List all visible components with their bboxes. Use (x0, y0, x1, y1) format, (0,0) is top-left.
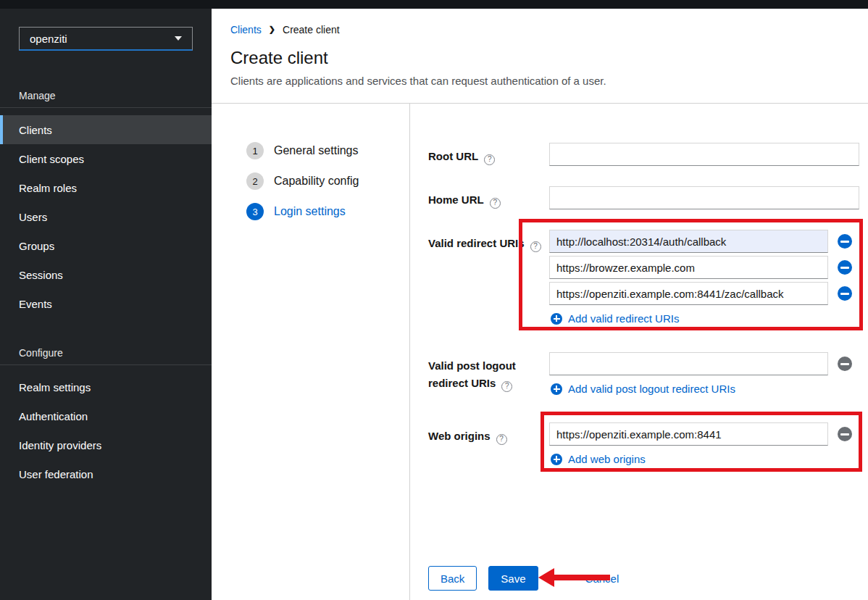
sidebar-item-user-federation[interactable]: User federation (0, 459, 212, 488)
remove-redirect-uri-icon[interactable] (838, 260, 852, 275)
nav-group-title-manage: Manage (0, 80, 212, 108)
wizard-step-general-settings[interactable]: 1 General settings (246, 142, 409, 159)
plus-icon (551, 383, 562, 395)
nav-group-configure: Configure Realm settings Authentication … (0, 337, 212, 488)
page-description: Clients are applications and services th… (230, 75, 849, 87)
sidebar-item-identity-providers[interactable]: Identity providers (0, 430, 212, 459)
page-title: Create client (230, 48, 849, 68)
help-icon[interactable]: ? (484, 154, 495, 165)
help-icon[interactable]: ? (501, 381, 512, 392)
sidebar-item-realm-roles[interactable]: Realm roles (0, 173, 212, 202)
web-origin-input[interactable] (549, 422, 828, 446)
help-icon[interactable]: ? (490, 198, 501, 209)
root-url-input[interactable] (549, 143, 859, 166)
root-url-row: Root URL? (428, 143, 859, 166)
page-header: Clients ❯ Create client Create client Cl… (212, 9, 868, 104)
home-url-label: Home URL? (428, 186, 549, 209)
sidebar-item-groups[interactable]: Groups (0, 231, 212, 260)
redirect-uri-input-2[interactable] (549, 256, 828, 279)
breadcrumb-current: Create client (283, 24, 340, 36)
nav-group-title-configure: Configure (0, 337, 212, 365)
sidebar: openziti Manage Clients Client scopes Re… (0, 9, 212, 600)
post-logout-uri-row (549, 352, 859, 375)
redirect-uri-row (549, 282, 859, 305)
help-icon[interactable]: ? (530, 241, 541, 252)
step-label: Capability config (274, 175, 359, 188)
remove-web-origin-icon[interactable] (838, 427, 852, 441)
sidebar-item-users[interactable]: Users (0, 202, 212, 231)
step-number: 2 (246, 172, 264, 190)
post-logout-redirect-uris-label: Valid post logout redirect URIs? (428, 352, 549, 396)
post-logout-redirect-uris-row: Valid post logout redirect URIs? Add val… (428, 352, 859, 396)
web-origins-label: Web origins? (428, 422, 549, 467)
breadcrumb: Clients ❯ Create client (230, 24, 849, 36)
root-url-label: Root URL? (428, 143, 549, 166)
valid-redirect-uris-label: Valid redirect URIs? (428, 230, 549, 326)
realm-selector-value: openziti (30, 33, 67, 45)
redirect-uri-input-3[interactable] (549, 282, 828, 305)
redirect-uri-row (549, 230, 859, 253)
main-content: Clients ❯ Create client Create client Cl… (212, 9, 868, 600)
home-url-input[interactable] (549, 186, 859, 209)
login-settings-form: Root URL? Home URL? Valid redirect URIs? (409, 104, 868, 600)
chevron-down-icon (175, 36, 182, 41)
remove-redirect-uri-icon[interactable] (838, 234, 852, 249)
sidebar-nav: Manage Clients Client scopes Realm roles… (0, 80, 212, 488)
keycloak-admin-console: openziti Manage Clients Client scopes Re… (0, 0, 868, 600)
valid-redirect-uris-row: Valid redirect URIs? (428, 230, 859, 326)
wizard-step-capability-config[interactable]: 2 Capability config (246, 172, 409, 190)
form-footer: Back Save Cancel (428, 566, 859, 591)
sidebar-item-events[interactable]: Events (0, 289, 212, 318)
wizard-nav: 1 General settings 2 Capability config 3… (212, 104, 409, 600)
breadcrumb-separator-icon: ❯ (269, 25, 275, 34)
sidebar-item-realm-settings[interactable]: Realm settings (0, 372, 212, 401)
remove-post-logout-uri-icon[interactable] (838, 357, 852, 371)
redirect-uri-input-1[interactable] (549, 230, 828, 253)
remove-redirect-uri-icon[interactable] (838, 286, 852, 301)
sidebar-item-clients[interactable]: Clients (0, 115, 212, 144)
add-post-logout-uris-button[interactable]: Add valid post logout redirect URIs (551, 381, 859, 396)
realm-selector[interactable]: openziti (19, 27, 193, 51)
step-number: 3 (246, 203, 264, 220)
step-label: General settings (274, 144, 359, 157)
sidebar-item-authentication[interactable]: Authentication (0, 401, 212, 430)
web-origin-row (549, 422, 859, 446)
help-icon[interactable]: ? (496, 434, 507, 445)
breadcrumb-link-clients[interactable]: Clients (230, 24, 262, 36)
redirect-uri-row (549, 256, 859, 279)
add-valid-redirect-uris-button[interactable]: Add valid redirect URIs (551, 311, 859, 326)
home-url-row: Home URL? (428, 186, 859, 209)
sidebar-item-sessions[interactable]: Sessions (0, 260, 212, 289)
step-number: 1 (246, 142, 264, 159)
back-button[interactable]: Back (428, 566, 477, 591)
nav-group-manage: Manage Clients Client scopes Realm roles… (0, 80, 212, 318)
post-logout-uri-input[interactable] (549, 352, 828, 375)
plus-icon (551, 313, 562, 325)
wizard-step-login-settings[interactable]: 3 Login settings (246, 203, 409, 220)
step-label: Login settings (274, 205, 346, 218)
sidebar-item-client-scopes[interactable]: Client scopes (0, 144, 212, 173)
save-button[interactable]: Save (488, 566, 538, 591)
add-web-origins-button[interactable]: Add web origins (551, 451, 859, 467)
plus-icon (551, 454, 562, 465)
cancel-link[interactable]: Cancel (585, 572, 619, 585)
web-origins-row: Web origins? Add web origins (428, 422, 859, 467)
masthead-bar (0, 0, 868, 9)
